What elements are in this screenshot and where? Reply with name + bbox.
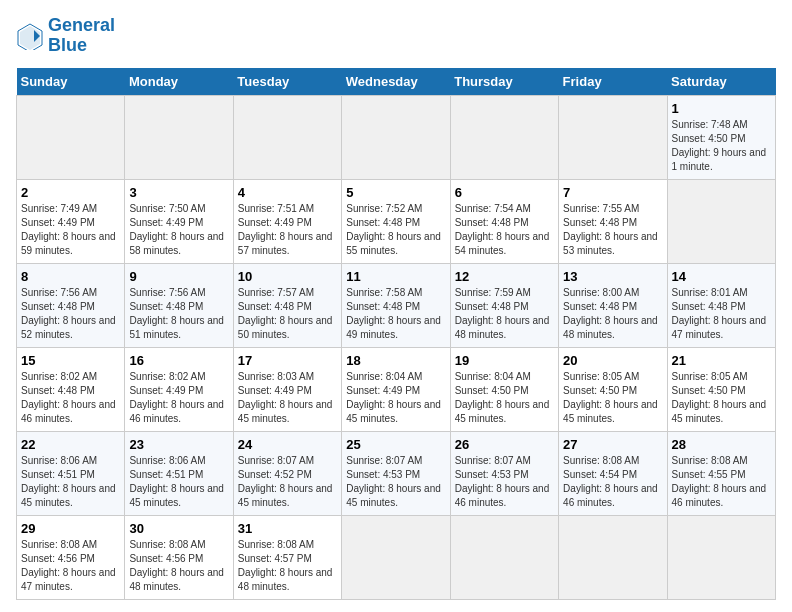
day-cell: 17Sunrise: 8:03 AMSunset: 4:49 PMDayligh… [233,347,341,431]
day-cell: 21Sunrise: 8:05 AMSunset: 4:50 PMDayligh… [667,347,775,431]
day-cell: 25Sunrise: 8:07 AMSunset: 4:53 PMDayligh… [342,431,450,515]
day-number: 13 [563,269,662,284]
day-number: 19 [455,353,554,368]
day-info: Sunrise: 7:52 AMSunset: 4:48 PMDaylight:… [346,202,445,258]
day-cell: 19Sunrise: 8:04 AMSunset: 4:50 PMDayligh… [450,347,558,431]
day-cell [125,95,233,179]
header-friday: Friday [559,68,667,96]
day-cell [559,95,667,179]
day-cell: 1Sunrise: 7:48 AMSunset: 4:50 PMDaylight… [667,95,775,179]
logo-icon [16,22,44,50]
day-info: Sunrise: 8:08 AMSunset: 4:56 PMDaylight:… [21,538,120,594]
day-number: 27 [563,437,662,452]
day-cell: 29Sunrise: 8:08 AMSunset: 4:56 PMDayligh… [17,515,125,599]
day-cell: 10Sunrise: 7:57 AMSunset: 4:48 PMDayligh… [233,263,341,347]
day-number: 20 [563,353,662,368]
day-number: 4 [238,185,337,200]
day-cell [342,95,450,179]
header-row: SundayMondayTuesdayWednesdayThursdayFrid… [17,68,776,96]
day-number: 10 [238,269,337,284]
day-number: 23 [129,437,228,452]
day-number: 22 [21,437,120,452]
day-cell: 14Sunrise: 8:01 AMSunset: 4:48 PMDayligh… [667,263,775,347]
day-cell: 30Sunrise: 8:08 AMSunset: 4:56 PMDayligh… [125,515,233,599]
day-info: Sunrise: 8:01 AMSunset: 4:48 PMDaylight:… [672,286,771,342]
day-info: Sunrise: 7:51 AMSunset: 4:49 PMDaylight:… [238,202,337,258]
day-number: 12 [455,269,554,284]
day-number: 24 [238,437,337,452]
day-cell: 24Sunrise: 8:07 AMSunset: 4:52 PMDayligh… [233,431,341,515]
day-number: 17 [238,353,337,368]
logo-text: GeneralBlue [48,16,115,56]
day-info: Sunrise: 7:56 AMSunset: 4:48 PMDaylight:… [129,286,228,342]
week-row-1: 2Sunrise: 7:49 AMSunset: 4:49 PMDaylight… [17,179,776,263]
day-info: Sunrise: 8:08 AMSunset: 4:55 PMDaylight:… [672,454,771,510]
day-number: 1 [672,101,771,116]
day-cell: 20Sunrise: 8:05 AMSunset: 4:50 PMDayligh… [559,347,667,431]
day-number: 8 [21,269,120,284]
logo: GeneralBlue [16,16,115,56]
week-row-3: 15Sunrise: 8:02 AMSunset: 4:48 PMDayligh… [17,347,776,431]
day-number: 21 [672,353,771,368]
day-cell: 22Sunrise: 8:06 AMSunset: 4:51 PMDayligh… [17,431,125,515]
day-number: 14 [672,269,771,284]
day-cell [17,95,125,179]
day-cell: 18Sunrise: 8:04 AMSunset: 4:49 PMDayligh… [342,347,450,431]
week-row-0: 1Sunrise: 7:48 AMSunset: 4:50 PMDaylight… [17,95,776,179]
day-number: 16 [129,353,228,368]
day-number: 28 [672,437,771,452]
day-cell: 4Sunrise: 7:51 AMSunset: 4:49 PMDaylight… [233,179,341,263]
day-cell [667,179,775,263]
day-number: 11 [346,269,445,284]
header-tuesday: Tuesday [233,68,341,96]
day-info: Sunrise: 8:07 AMSunset: 4:53 PMDaylight:… [455,454,554,510]
day-cell [450,515,558,599]
day-cell [233,95,341,179]
day-number: 6 [455,185,554,200]
day-info: Sunrise: 7:59 AMSunset: 4:48 PMDaylight:… [455,286,554,342]
week-row-2: 8Sunrise: 7:56 AMSunset: 4:48 PMDaylight… [17,263,776,347]
day-cell [559,515,667,599]
day-cell: 3Sunrise: 7:50 AMSunset: 4:49 PMDaylight… [125,179,233,263]
day-info: Sunrise: 8:00 AMSunset: 4:48 PMDaylight:… [563,286,662,342]
day-cell: 2Sunrise: 7:49 AMSunset: 4:49 PMDaylight… [17,179,125,263]
day-info: Sunrise: 7:50 AMSunset: 4:49 PMDaylight:… [129,202,228,258]
day-cell: 12Sunrise: 7:59 AMSunset: 4:48 PMDayligh… [450,263,558,347]
day-info: Sunrise: 8:05 AMSunset: 4:50 PMDaylight:… [672,370,771,426]
day-info: Sunrise: 7:49 AMSunset: 4:49 PMDaylight:… [21,202,120,258]
day-number: 15 [21,353,120,368]
day-info: Sunrise: 7:58 AMSunset: 4:48 PMDaylight:… [346,286,445,342]
day-info: Sunrise: 8:08 AMSunset: 4:56 PMDaylight:… [129,538,228,594]
day-info: Sunrise: 8:07 AMSunset: 4:52 PMDaylight:… [238,454,337,510]
day-info: Sunrise: 8:07 AMSunset: 4:53 PMDaylight:… [346,454,445,510]
day-cell [450,95,558,179]
day-number: 2 [21,185,120,200]
header-thursday: Thursday [450,68,558,96]
day-cell: 8Sunrise: 7:56 AMSunset: 4:48 PMDaylight… [17,263,125,347]
day-number: 26 [455,437,554,452]
day-cell [342,515,450,599]
day-info: Sunrise: 8:06 AMSunset: 4:51 PMDaylight:… [129,454,228,510]
day-number: 18 [346,353,445,368]
day-info: Sunrise: 7:54 AMSunset: 4:48 PMDaylight:… [455,202,554,258]
day-info: Sunrise: 8:04 AMSunset: 4:49 PMDaylight:… [346,370,445,426]
day-cell: 6Sunrise: 7:54 AMSunset: 4:48 PMDaylight… [450,179,558,263]
day-cell: 13Sunrise: 8:00 AMSunset: 4:48 PMDayligh… [559,263,667,347]
day-number: 31 [238,521,337,536]
day-cell [667,515,775,599]
day-number: 9 [129,269,228,284]
header-monday: Monday [125,68,233,96]
day-info: Sunrise: 8:02 AMSunset: 4:49 PMDaylight:… [129,370,228,426]
day-info: Sunrise: 8:05 AMSunset: 4:50 PMDaylight:… [563,370,662,426]
day-cell: 23Sunrise: 8:06 AMSunset: 4:51 PMDayligh… [125,431,233,515]
day-info: Sunrise: 8:08 AMSunset: 4:54 PMDaylight:… [563,454,662,510]
day-number: 5 [346,185,445,200]
day-cell: 31Sunrise: 8:08 AMSunset: 4:57 PMDayligh… [233,515,341,599]
day-cell: 27Sunrise: 8:08 AMSunset: 4:54 PMDayligh… [559,431,667,515]
day-info: Sunrise: 7:57 AMSunset: 4:48 PMDaylight:… [238,286,337,342]
day-cell: 28Sunrise: 8:08 AMSunset: 4:55 PMDayligh… [667,431,775,515]
day-info: Sunrise: 8:08 AMSunset: 4:57 PMDaylight:… [238,538,337,594]
day-cell: 15Sunrise: 8:02 AMSunset: 4:48 PMDayligh… [17,347,125,431]
header: GeneralBlue [16,16,776,56]
day-cell: 16Sunrise: 8:02 AMSunset: 4:49 PMDayligh… [125,347,233,431]
